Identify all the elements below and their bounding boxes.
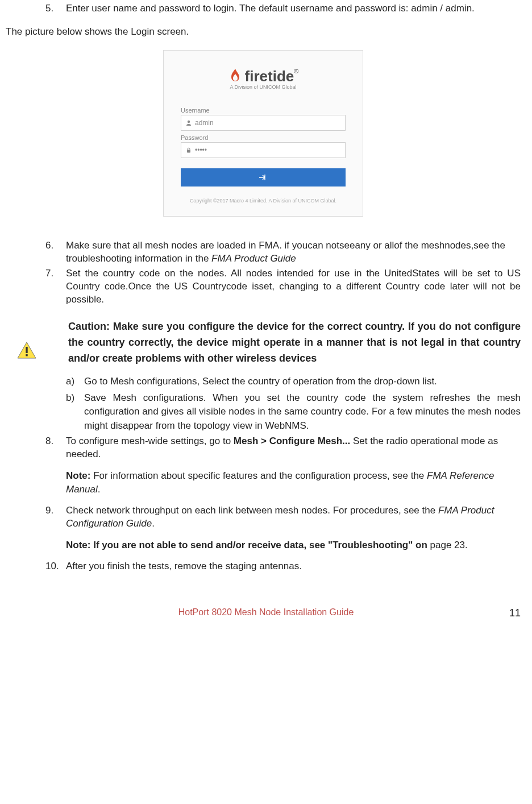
list-text: Make sure that all mesh nodes are loaded… [66,239,521,266]
list-number: 10. [45,560,66,573]
sublist-item-b: b) Save Mesh configurations. When you se… [66,391,521,433]
footer-title: HotPort 8020 Mesh Node Installation Guid… [0,607,532,617]
svg-point-0 [188,121,190,123]
text-bold: Mesh > Configure Mesh... [234,436,350,446]
text-run: For information about specific features … [90,470,427,481]
text-run: . [152,518,155,529]
registered-mark: ® [294,68,298,74]
password-label: Password [181,134,346,141]
text-italic: FMA Product Guide [211,253,296,264]
list-item-8: 8. To configure mesh-wide settings, go t… [45,435,521,461]
brand-subtitle: A Division of UNICOM Global [181,84,346,90]
warning-icon [17,342,36,359]
page-number: 11 [509,607,521,619]
login-screenshot: firetide® A Division of UNICOM Global Us… [163,50,363,217]
user-icon [186,120,192,126]
text-run: To configure mesh-wide settings, go to [66,436,234,446]
username-label: Username [181,107,346,114]
sublist-text: Go to Mesh configurations, Select the co… [84,375,521,389]
brand-block: firetide® A Division of UNICOM Global [181,68,346,90]
password-input[interactable]: ••••• [181,142,346,158]
warning-icon-container [6,319,68,359]
sublist-text: Save Mesh configurations. When you set t… [84,391,521,433]
svg-rect-3 [26,347,27,353]
list-number: 8. [45,435,66,461]
screenshot-copyright: Copyright ©2017 Macro 4 Limited. A Divis… [181,198,346,205]
sublist-item-a: a) Go to Mesh configurations, Select the… [66,375,521,389]
login-button[interactable] [181,168,346,187]
text-run: page 23. [427,540,468,550]
paragraph: The picture below shows the Login screen… [6,26,521,39]
text-run: Check network throughput on each link be… [66,505,438,516]
list-item-6: 6. Make sure that all mesh nodes are loa… [45,239,521,266]
list-text: To configure mesh-wide settings, go to M… [66,435,521,461]
list-number: 5. [45,2,66,15]
caution-block: Caution: Make sure you configure the dev… [6,319,521,367]
list-number: 9. [45,504,66,531]
list-item-10: 10. After you finish the tests, remove t… [45,560,521,573]
list-item-9: 9. Check network throughput on each link… [45,504,521,531]
list-item-7: 7. Set the country code on the nodes. Al… [45,267,521,306]
sublist-letter: a) [66,375,84,389]
svg-rect-1 [187,150,190,152]
svg-rect-4 [26,354,27,356]
brand-name: firetide [245,68,294,85]
list-item-5: 5. Enter user name and password to login… [45,2,521,15]
list-text: After you finish the tests, remove the s… [66,560,521,573]
note-block-2: Note: If you are not able to send and/or… [66,538,521,552]
username-value: admin [195,119,214,127]
list-number: 6. [45,239,66,266]
username-input[interactable]: admin [181,115,346,131]
text-run: . [98,484,101,495]
note-bold: Note: If you are not able to send and/or… [66,540,427,550]
caution-text: Caution: Make sure you configure the dev… [68,319,521,367]
lock-icon [186,147,192,153]
note-block-1: Note: For information about specific fea… [66,469,521,496]
sublist-letter: b) [66,391,84,433]
login-arrow-icon [259,174,267,181]
flame-icon [228,68,243,85]
list-text: Set the country code on the nodes. All n… [66,267,521,306]
list-number: 7. [45,267,66,306]
list-text: Enter user name and password to login. T… [66,2,521,15]
page-footer: HotPort 8020 Mesh Node Installation Guid… [0,607,532,624]
list-text: Check network throughput on each link be… [66,504,521,531]
password-value: ••••• [195,146,207,154]
note-label: Note: [66,470,90,481]
